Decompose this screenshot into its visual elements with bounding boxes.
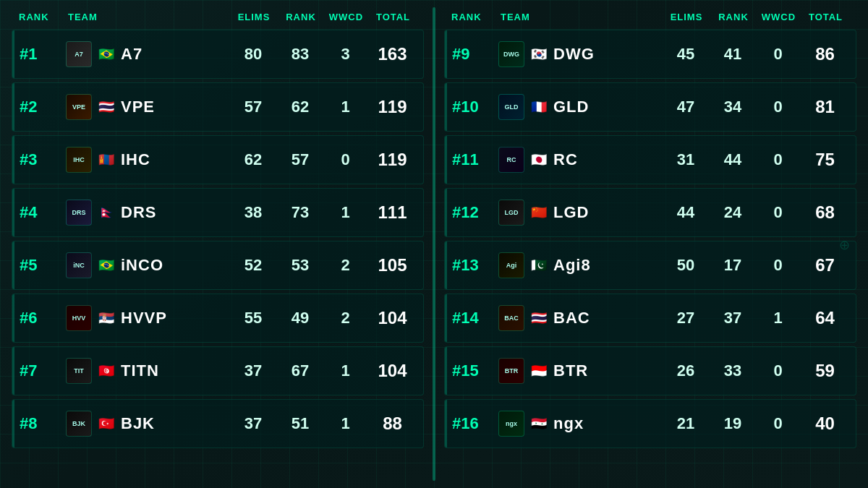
wwcd-cell: 0 — [322, 150, 369, 169]
rank-cell: #4 — [20, 203, 63, 222]
team-cell: LGD 🇨🇳 LGD — [495, 200, 660, 226]
rank-pts-cell: 24 — [711, 203, 754, 222]
total-cell: 81 — [801, 97, 848, 117]
rank-pts-cell: 57 — [278, 150, 322, 169]
team-name: HVVP — [121, 309, 167, 328]
total-cell: 119 — [369, 150, 416, 170]
right-wwcd-header: WWCD — [755, 12, 802, 22]
elims-cell: 55 — [228, 309, 278, 328]
team-cell: DWG 🇰🇷 DWG — [495, 41, 660, 67]
rank-cell: #7 — [20, 361, 63, 380]
team-name: TITN — [121, 361, 159, 380]
team-cell: RC 🇯🇵 RC — [495, 147, 660, 173]
team-cell: iNC 🇧🇷 iNCO — [63, 252, 228, 278]
team-logo: BJK — [66, 411, 92, 437]
team-name: BTR — [553, 361, 588, 380]
rank-pts-cell: 37 — [711, 309, 754, 328]
rank-pts-cell: 34 — [711, 98, 754, 116]
team-name: DRS — [121, 203, 156, 222]
panel-divider — [433, 7, 435, 481]
rank-cell: #10 — [452, 98, 495, 116]
table-row: #16 ngx 🇸🇾 ngx 21 19 0 40 — [444, 399, 856, 448]
rank-cell: #8 — [20, 414, 63, 433]
total-cell: 163 — [369, 44, 416, 64]
team-logo: Agi — [498, 252, 524, 278]
team-logo: iNC — [66, 252, 92, 278]
team-cell: TIT 🇹🇳 TITN — [63, 358, 228, 384]
team-logo: BAC — [498, 305, 524, 331]
total-cell: 105 — [369, 255, 416, 275]
elims-cell: 50 — [660, 256, 711, 275]
left-rank-pts-header: RANK — [279, 12, 323, 22]
team-name: DWG — [553, 45, 595, 64]
elims-cell: 26 — [660, 361, 711, 380]
left-wwcd-header: WWCD — [323, 12, 370, 22]
team-flag: 🇳🇵 — [96, 205, 116, 220]
rank-cell: #11 — [452, 150, 495, 169]
team-cell: Agi 🇵🇰 Agi8 — [495, 252, 660, 278]
wwcd-cell: 0 — [754, 256, 801, 275]
rank-pts-cell: 41 — [711, 45, 754, 64]
total-cell: 111 — [369, 202, 416, 223]
elims-cell: 27 — [660, 309, 711, 328]
rank-cell: #5 — [20, 256, 63, 275]
wwcd-cell: 0 — [754, 361, 801, 380]
table-row: #7 TIT 🇹🇳 TITN 37 67 1 104 — [12, 346, 424, 395]
table-row: #11 RC 🇯🇵 RC 31 44 0 75 — [444, 135, 856, 184]
elims-cell: 62 — [228, 150, 278, 169]
rank-cell: #15 — [452, 361, 495, 380]
team-flag: 🇵🇰 — [529, 258, 549, 273]
team-name: iNCO — [121, 256, 163, 275]
left-panel: RANK TEAM ELIMS RANK WWCD ToTAL #1 A7 🇧🇷… — [12, 7, 424, 481]
rank-pts-cell: 49 — [278, 309, 322, 328]
rank-cell: #1 — [20, 45, 63, 64]
team-name: IHC — [121, 150, 150, 169]
left-rank-header: RANK — [19, 12, 62, 22]
team-flag: 🇨🇳 — [529, 205, 549, 220]
team-flag: 🇹🇳 — [96, 364, 116, 378]
total-cell: 75 — [801, 150, 848, 170]
team-cell: A7 🇧🇷 A7 — [63, 41, 228, 67]
team-logo: VPE — [66, 94, 92, 120]
elims-cell: 37 — [228, 414, 278, 433]
left-team-header: TEAM — [62, 12, 229, 22]
rank-cell: #16 — [452, 414, 495, 433]
team-logo: IHC — [66, 147, 92, 173]
right-rank-header: RANK — [451, 12, 495, 22]
elims-cell: 47 — [660, 98, 711, 116]
rank-cell: #2 — [20, 98, 63, 116]
team-logo: ngx — [498, 411, 524, 437]
team-name: GLD — [553, 98, 589, 116]
elims-cell: 52 — [228, 256, 278, 275]
rank-pts-cell: 53 — [278, 256, 322, 275]
team-name: BAC — [553, 309, 590, 328]
total-cell: 40 — [801, 414, 848, 434]
wwcd-cell: 1 — [322, 98, 369, 116]
table-row: #2 VPE 🇹🇭 VPE 57 62 1 119 — [12, 82, 424, 132]
total-cell: 68 — [801, 202, 848, 223]
elims-cell: 80 — [228, 45, 278, 64]
right-elims-header: ELIMS — [661, 12, 712, 22]
team-cell: DRS 🇳🇵 DRS — [63, 200, 228, 226]
team-cell: GLD 🇫🇷 GLD — [495, 94, 660, 120]
wwcd-cell: 0 — [754, 150, 801, 169]
table-row: #10 GLD 🇫🇷 GLD 47 34 0 81 — [444, 82, 856, 132]
team-cell: HVV 🇷🇸 HVVP — [63, 305, 228, 331]
wwcd-cell: 1 — [322, 203, 369, 222]
left-elims-header: ELIMS — [229, 12, 279, 22]
wwcd-cell: 1 — [322, 414, 369, 433]
team-name: LGD — [553, 203, 589, 222]
team-logo: BTR — [498, 358, 524, 384]
team-name: BJK — [121, 414, 155, 433]
team-logo: HVV — [66, 305, 92, 331]
elims-cell: 44 — [660, 203, 711, 222]
wwcd-cell: 0 — [754, 98, 801, 116]
elims-cell: 37 — [228, 361, 278, 380]
left-header: RANK TEAM ELIMS RANK WWCD ToTAL — [12, 7, 424, 27]
elims-cell: 31 — [660, 150, 711, 169]
wwcd-cell: 2 — [322, 309, 369, 328]
team-flag: 🇲🇳 — [96, 153, 116, 167]
team-name: A7 — [121, 45, 142, 64]
team-flag: 🇷🇸 — [96, 311, 116, 325]
wwcd-cell: 1 — [322, 361, 369, 380]
